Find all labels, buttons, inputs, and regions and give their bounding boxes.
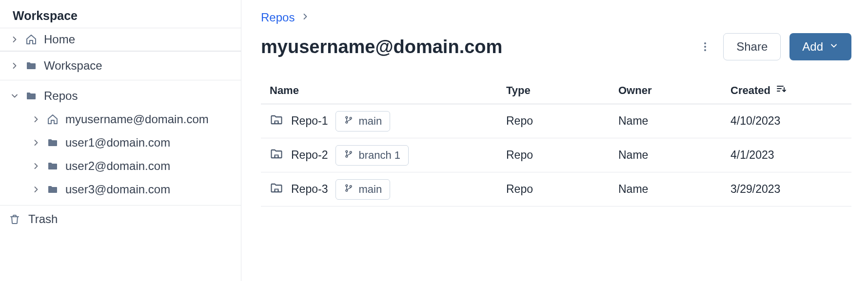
breadcrumb: Repos [261, 11, 851, 24]
folder-icon [23, 90, 39, 102]
column-header-label: Created [730, 84, 770, 97]
folder-icon [45, 184, 60, 195]
sidebar-item-user[interactable]: myusername@domain.com [0, 108, 241, 131]
sidebar-item-label: Home [44, 33, 241, 46]
sidebar-item-label: user2@domain.com [65, 159, 241, 173]
sidebar-item-user[interactable]: user1@domain.com [0, 131, 241, 154]
main-content: Repos myusername@domain.com Share Add Na… [241, 0, 868, 281]
cell-owner: Name [618, 114, 730, 128]
more-actions-button[interactable] [695, 37, 715, 57]
cell-name: Repo-2 branch 1 [270, 145, 506, 166]
page-header: myusername@domain.com Share Add [261, 33, 851, 60]
chevron-right-icon[interactable] [9, 35, 20, 44]
chevron-right-icon[interactable] [30, 185, 42, 194]
sidebar-item-label: Workspace [44, 59, 241, 73]
chevron-right-icon[interactable] [30, 161, 42, 171]
sidebar-item-trash[interactable]: Trash [0, 205, 241, 232]
repo-name[interactable]: Repo-2 [291, 149, 328, 162]
column-header-owner[interactable]: Owner [618, 84, 730, 97]
page-title: myusername@domain.com [261, 37, 695, 57]
cell-name: Repo-3 main [270, 179, 506, 200]
repo-name[interactable]: Repo-1 [291, 114, 328, 128]
sidebar-item-label: myusername@domain.com [65, 112, 241, 126]
branch-icon [344, 149, 354, 162]
repo-icon [270, 147, 283, 164]
repo-icon [270, 181, 283, 198]
sidebar-item-label: Repos [44, 89, 241, 103]
folder-icon [23, 60, 39, 72]
branch-selector[interactable]: main [335, 111, 390, 131]
sidebar-item-label: user3@domain.com [65, 183, 241, 196]
breadcrumb-item[interactable]: Repos [261, 11, 295, 24]
sidebar-item-user[interactable]: user2@domain.com [0, 154, 241, 178]
cell-type: Repo [506, 183, 618, 196]
branch-icon [344, 183, 354, 196]
cell-created: 4/10/2023 [730, 114, 848, 128]
column-header-name[interactable]: Name [270, 84, 506, 97]
branch-selector[interactable]: main [335, 179, 390, 200]
chevron-down-icon [829, 40, 839, 54]
app-root: Workspace Home Workspace Repos myusernam… [0, 0, 868, 281]
chevron-right-icon[interactable] [30, 138, 42, 148]
branch-label: main [358, 183, 382, 196]
cell-owner: Name [618, 149, 730, 162]
folder-icon [45, 137, 60, 149]
sidebar-item-label: Trash [28, 212, 241, 226]
cell-owner: Name [618, 183, 730, 196]
chevron-right-icon[interactable] [9, 61, 20, 71]
sidebar-item-home[interactable]: Home [0, 28, 241, 51]
home-icon [23, 34, 39, 45]
chevron-right-icon[interactable] [30, 114, 42, 124]
folder-icon [45, 160, 60, 172]
column-header-type[interactable]: Type [506, 84, 618, 97]
cell-created: 3/29/2023 [730, 183, 848, 196]
add-button[interactable]: Add [789, 33, 851, 60]
repos-table: Name Type Owner Created Repo-1 main [261, 77, 851, 206]
table-row[interactable]: Repo-1 main Repo Name 4/10/2023 [261, 104, 851, 138]
sidebar-item-user[interactable]: user3@domain.com [0, 178, 241, 201]
trash-icon [7, 213, 22, 225]
cell-type: Repo [506, 114, 618, 128]
chevron-down-icon[interactable] [9, 91, 20, 101]
chevron-right-icon [300, 11, 310, 24]
sidebar: Workspace Home Workspace Repos myusernam… [0, 0, 241, 281]
repo-name[interactable]: Repo-3 [291, 183, 328, 196]
table-row[interactable]: Repo-2 branch 1 Repo Name 4/1/2023 [261, 138, 851, 172]
sidebar-item-workspace[interactable]: Workspace [0, 51, 241, 80]
branch-selector[interactable]: branch 1 [335, 145, 409, 166]
sidebar-item-repos[interactable]: Repos [0, 84, 241, 108]
cell-name: Repo-1 main [270, 111, 506, 131]
share-button[interactable]: Share [723, 33, 781, 60]
branch-icon [344, 115, 354, 128]
cell-created: 4/1/2023 [730, 149, 848, 162]
add-button-label: Add [802, 40, 823, 54]
table-row[interactable]: Repo-3 main Repo Name 3/29/2023 [261, 172, 851, 206]
repo-icon [270, 113, 283, 130]
column-header-created[interactable]: Created [730, 83, 848, 98]
cell-type: Repo [506, 149, 618, 162]
sort-desc-icon [775, 83, 787, 98]
branch-label: branch 1 [358, 149, 400, 162]
branch-label: main [358, 115, 382, 128]
home-icon [45, 113, 60, 125]
table-header: Name Type Owner Created [261, 77, 851, 104]
sidebar-item-label: user1@domain.com [65, 136, 241, 150]
sidebar-title: Workspace [0, 9, 241, 28]
